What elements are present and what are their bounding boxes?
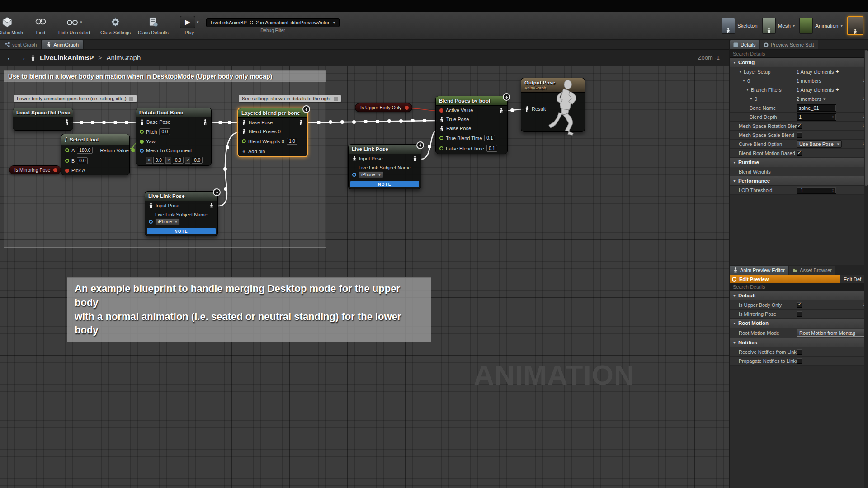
node-blend-poses-by-bool[interactable]: Blend Poses by bool Active Value True Po… <box>435 96 508 154</box>
node-live-link-pose-1[interactable]: Live Link Pose Input Pose Live Link Subj… <box>145 191 218 236</box>
hide-unrelated-button[interactable]: ▾ Hide Unrelated <box>55 12 94 39</box>
expand-icon[interactable]: ▼ <box>742 79 745 82</box>
is-mirroring-pose-checkbox[interactable] <box>797 311 802 317</box>
section-config[interactable]: ▼ Config <box>730 58 868 67</box>
vector-x-value[interactable]: 0.0 <box>153 157 164 164</box>
node-is-mirroring-pose[interactable]: Is Mirroring Pose <box>9 165 61 174</box>
details-search-input[interactable] <box>733 51 865 56</box>
pose-output-pin[interactable] <box>209 203 214 208</box>
chevron-down-icon[interactable]: ▾ <box>840 23 843 28</box>
pose-output-pin[interactable] <box>499 108 504 113</box>
input-pin-subject-name[interactable] <box>149 220 153 224</box>
section-notifies[interactable]: ▼ Notifies <box>730 338 868 347</box>
vector-z-value[interactable]: 0.0 <box>192 157 203 164</box>
chevron-down-icon[interactable]: ▾ <box>793 23 795 28</box>
input-pin-yaw[interactable] <box>140 140 144 144</box>
class-settings-button[interactable]: Class Settings <box>97 12 134 39</box>
bool-output-pin[interactable] <box>405 106 409 110</box>
pose-output-pin[interactable] <box>65 119 69 125</box>
lod-threshold-input[interactable]: -1↕ <box>797 187 836 194</box>
pose-input-pin[interactable] <box>439 126 444 131</box>
value-blend-weights[interactable]: 1.0 <box>287 138 297 145</box>
blend-root-motion-checkbox[interactable] <box>797 150 802 156</box>
blueprint-mode-button[interactable] <box>847 16 863 35</box>
make-static-mesh-button[interactable]: ke Static Mesh <box>0 12 27 39</box>
tab-asset-browser[interactable]: Asset Browser <box>789 266 835 275</box>
blend-depth-input[interactable]: 1↕ <box>797 113 836 121</box>
note-settings[interactable]: See settings shown in details to the rig… <box>239 95 341 102</box>
tab-anim-graph[interactable]: AnimGraph <box>42 40 84 49</box>
node-title[interactable]: Blend Poses by bool <box>436 96 507 106</box>
pose-input-pin[interactable] <box>140 119 144 125</box>
spin-arrow-icon[interactable]: ↕ <box>832 188 834 192</box>
pose-input-pin-result[interactable] <box>525 106 529 112</box>
note-lower-body[interactable]: Lower body animation goes here (i.e. sit… <box>14 95 137 102</box>
chevron-down-icon[interactable]: ▾ <box>80 20 82 24</box>
input-pin-a[interactable] <box>65 148 69 152</box>
node-is-upper-body-only[interactable]: Is Upper Body Only <box>355 103 412 112</box>
node-title[interactable]: Rotate Root Bone <box>136 108 211 117</box>
input-pin-mesh-to-component[interactable] <box>140 149 144 153</box>
play-button[interactable]: ▶ ▾ Play <box>175 12 203 39</box>
class-defaults-button[interactable]: Class Defaults <box>134 12 172 39</box>
propagate-notifies-checkbox[interactable] <box>797 358 802 364</box>
preview-editor-search-input[interactable] <box>733 284 865 290</box>
receive-notifies-checkbox[interactable] <box>797 349 802 355</box>
add-pin-button[interactable]: + Add pin <box>238 146 307 156</box>
node-title[interactable]: Live Link Pose <box>349 145 421 154</box>
breadcrumb-root[interactable]: LiveLinkAnimBP <box>40 54 94 61</box>
mesh-space-rotation-checkbox[interactable] <box>797 123 802 129</box>
output-pin-return-value[interactable] <box>131 148 135 152</box>
breadcrumb-current[interactable]: AnimGraph <box>106 54 141 61</box>
node-title[interactable]: Layered blend per bone <box>238 108 307 118</box>
expand-icon[interactable]: ▼ <box>750 97 753 100</box>
node-select-float[interactable]: ƒ Select Float A 180.0 Return Value B <box>61 134 130 175</box>
spin-arrow-icon[interactable]: ↕ <box>832 114 834 119</box>
input-pin-pitch[interactable] <box>140 130 144 134</box>
edit-defaults-button[interactable]: Edit Def <box>840 275 868 283</box>
pose-input-pin[interactable] <box>242 120 246 125</box>
node-live-link-pose-2[interactable]: Live Link Pose Input Pose Live Link Subj… <box>348 144 421 189</box>
tab-anim-preview-editor[interactable]: Anim Preview Editor <box>730 266 788 275</box>
preview-editor-search[interactable] <box>730 283 868 291</box>
comment-title[interactable]: Use to blend in a lower body animation w… <box>4 71 326 82</box>
node-rotate-root-bone[interactable]: Rotate Root Bone Base Pose Pitch 0.0 <box>136 108 212 166</box>
pose-output-pin[interactable] <box>413 156 417 161</box>
comment-box-description[interactable]: An example blueprint to handle merging D… <box>67 277 431 342</box>
add-element-icon[interactable]: + <box>836 87 839 93</box>
chevron-down-icon[interactable]: ▾ <box>197 20 199 24</box>
debug-filter-dropdown[interactable]: LiveLinkAnimBP_C_2 in AnimationEditorPre… <box>206 18 340 27</box>
value-false-blend-time[interactable]: 0.1 <box>486 145 497 152</box>
value-true-blend-time[interactable]: 0.1 <box>484 135 495 141</box>
node-local-space-ref-pose[interactable]: Local Space Ref Pose <box>13 108 73 131</box>
animation-mode-button[interactable]: Animation ▾ <box>799 18 843 34</box>
scrollbar-handle[interactable] <box>865 50 868 186</box>
pose-output-pin[interactable] <box>299 120 303 125</box>
input-pin-b[interactable] <box>65 159 69 163</box>
node-title[interactable]: Local Space Ref Pose <box>13 108 73 117</box>
input-pin-subject-name[interactable] <box>352 173 356 177</box>
node-layered-blend-per-bone[interactable]: Layered blend per bone Base Pose Blend P… <box>237 108 308 157</box>
find-button[interactable]: Find <box>27 12 55 39</box>
bone-name-input[interactable] <box>797 104 836 112</box>
tab-event-graph[interactable]: vent Graph <box>0 40 42 49</box>
value-pitch[interactable]: 0.0 <box>159 128 170 135</box>
value-a[interactable]: 180.0 <box>77 147 93 154</box>
curve-blend-option-dropdown[interactable]: Use Base Pose▾ <box>797 140 842 148</box>
node-title[interactable]: Live Link Pose <box>145 192 217 201</box>
value-b[interactable]: 0.0 <box>77 157 88 164</box>
is-upper-body-only-checkbox[interactable] <box>797 302 802 308</box>
skeleton-mode-button[interactable]: Skeleton <box>722 18 758 34</box>
vector-y-value[interactable]: 0.0 <box>173 157 184 164</box>
add-element-icon[interactable]: + <box>836 69 839 75</box>
pose-input-pin[interactable] <box>439 117 444 122</box>
back-arrow-button[interactable]: ← <box>6 53 14 62</box>
edit-preview-button[interactable]: Edit Preview <box>730 275 840 283</box>
section-runtime[interactable]: ▼ Runtime <box>730 158 868 167</box>
pose-output-pin[interactable] <box>203 119 208 125</box>
bool-output-pin[interactable] <box>53 168 57 172</box>
root-motion-mode-dropdown[interactable]: Root Motion from Montag <box>797 329 867 337</box>
section-root-motion[interactable]: ▼ Root Motion <box>730 319 868 328</box>
mesh-space-scale-checkbox[interactable] <box>797 132 802 138</box>
section-default[interactable]: ▼ Default <box>730 291 868 300</box>
